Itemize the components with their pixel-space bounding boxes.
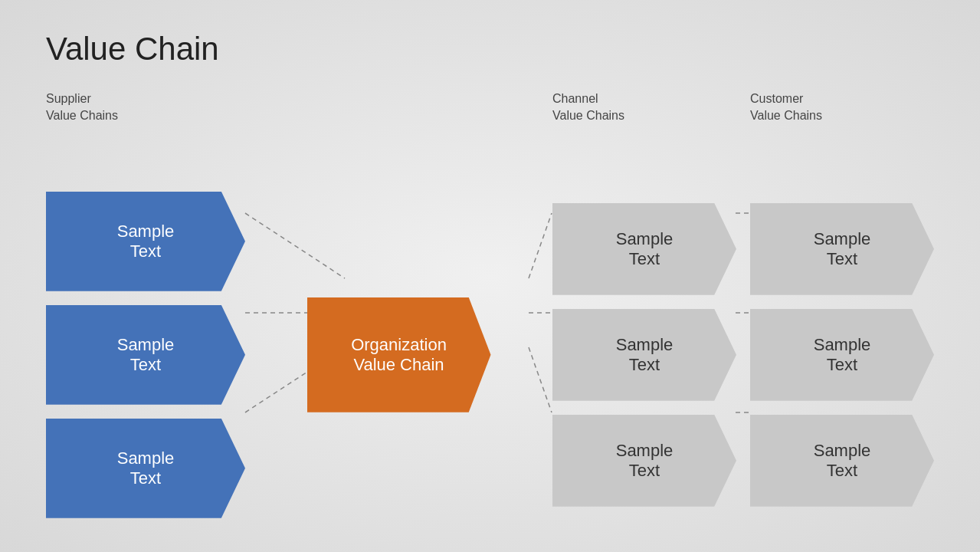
- customer-label-2: SampleText: [814, 335, 871, 375]
- supplier-label-2: SampleText: [117, 335, 175, 375]
- customer-label-1: SampleText: [814, 229, 871, 269]
- supplier-header: SupplierValue Chains: [46, 90, 245, 125]
- channel-item-2: SampleText: [552, 309, 736, 401]
- customer-header: CustomerValue Chains: [750, 90, 934, 125]
- channel-header: ChannelValue Chains: [552, 90, 736, 125]
- supplier-item-2: SampleText: [46, 305, 245, 405]
- supplier-label-1: SampleText: [117, 222, 175, 261]
- slide: Value Chain SupplierValue Chains Channel…: [0, 0, 980, 552]
- org-value-chain: OrganizationValue Chain: [307, 297, 491, 412]
- channel-label-1: SampleText: [616, 229, 674, 269]
- supplier-column: SampleText SampleText SampleText: [46, 192, 245, 518]
- channel-label-3: SampleText: [616, 441, 674, 481]
- customer-item-1: SampleText: [750, 203, 934, 295]
- main-layout: SampleText SampleText SampleText Organiz…: [46, 163, 934, 547]
- supplier-item-3: SampleText: [46, 419, 245, 518]
- customer-label-3: SampleText: [814, 441, 871, 481]
- channel-label-2: SampleText: [616, 335, 674, 375]
- customer-item-2: SampleText: [750, 309, 934, 401]
- column-headers: SupplierValue Chains ChannelValue Chains…: [46, 90, 934, 125]
- channel-item-3: SampleText: [552, 415, 736, 507]
- svg-line-3: [529, 213, 552, 278]
- supplier-item-1: SampleText: [46, 192, 245, 291]
- customer-column: SampleText SampleText SampleText: [750, 203, 934, 507]
- center-area: OrganizationValue Chain: [245, 297, 552, 412]
- org-value-chain-label: OrganizationValue Chain: [351, 335, 447, 375]
- customer-item-3: SampleText: [750, 415, 934, 507]
- supplier-label-3: SampleText: [117, 449, 175, 488]
- svg-line-0: [245, 213, 345, 278]
- page-title: Value Chain: [46, 31, 934, 67]
- channel-column: SampleText SampleText SampleText: [552, 203, 736, 507]
- channel-item-1: SampleText: [552, 203, 736, 295]
